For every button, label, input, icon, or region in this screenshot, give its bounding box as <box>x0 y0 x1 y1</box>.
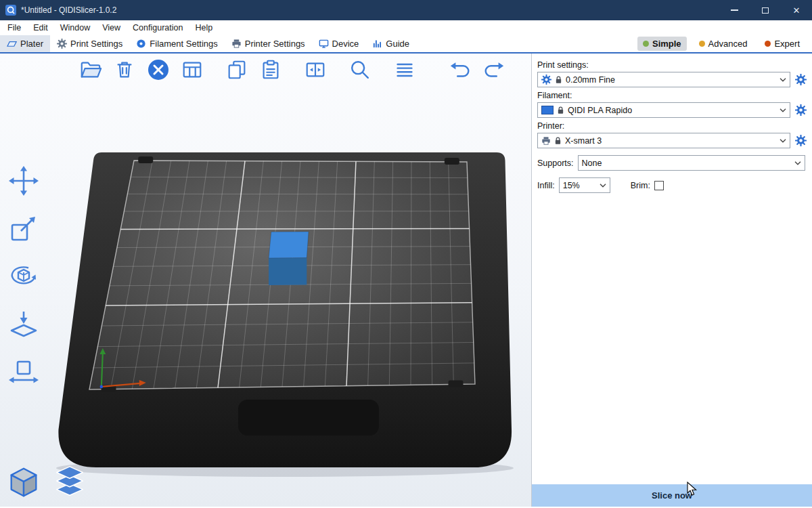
menu-file[interactable]: File <box>1 20 27 35</box>
layer-height-icon <box>393 58 416 81</box>
filament-combo[interactable]: QIDI PLA Rapido <box>537 102 790 118</box>
filament-color-swatch <box>541 106 554 114</box>
delete-all-icon <box>146 58 171 82</box>
mirror-button[interactable] <box>4 352 43 389</box>
maximize-button[interactable] <box>750 0 781 20</box>
device-icon <box>319 39 329 49</box>
search-button[interactable] <box>346 56 374 84</box>
tab-printer-settings[interactable]: Printer Settings <box>225 35 312 52</box>
menu-window[interactable]: Window <box>54 20 96 35</box>
delete-all-button[interactable] <box>144 56 173 84</box>
open-folder-icon <box>79 58 102 81</box>
app-icon <box>5 5 16 16</box>
filament-gear-button[interactable] <box>794 104 807 117</box>
mouse-cursor <box>686 482 700 496</box>
mode-advanced-label: Advanced <box>708 39 748 49</box>
split-icon <box>304 58 327 81</box>
chevron-down-icon <box>780 108 786 112</box>
minimize-button[interactable] <box>719 0 750 20</box>
gear-icon <box>795 104 807 116</box>
minimize-icon <box>731 9 738 11</box>
filament-value: QIDI PLA Rapido <box>568 106 776 115</box>
split-button[interactable] <box>301 56 330 84</box>
guide-icon <box>372 39 382 49</box>
place-on-face-icon <box>7 307 40 339</box>
titlebar: *Untitled - QIDISlicer-1.0.2 ✕ <box>0 0 812 20</box>
arrange-button[interactable] <box>178 56 206 84</box>
menu-view[interactable]: View <box>96 20 127 35</box>
infill-combo[interactable]: 15% <box>559 177 610 193</box>
manipulation-toolbar <box>4 162 43 389</box>
tab-device-label: Device <box>332 39 359 49</box>
close-button[interactable]: ✕ <box>781 0 812 20</box>
model-object-top[interactable] <box>269 232 309 258</box>
tabbar: Plater Print Settings Filament Settings … <box>0 35 812 54</box>
brim-checkbox[interactable] <box>654 181 664 190</box>
settings-panel: Print settings: 0.20mm Fine Filament: QI… <box>531 54 812 507</box>
mode-advanced[interactable]: Advanced <box>694 37 753 51</box>
tab-print-settings-label: Print Settings <box>70 39 122 49</box>
scale-button[interactable] <box>4 209 43 247</box>
place-on-face-button[interactable] <box>4 304 43 342</box>
variable-layer-height-button[interactable] <box>390 56 419 84</box>
model-object-front[interactable] <box>269 258 307 285</box>
layers-view-icon <box>51 464 88 501</box>
rotate-icon <box>7 259 40 292</box>
mode-simple-label: Simple <box>652 39 681 49</box>
editor-view-button[interactable] <box>4 463 43 501</box>
undo-icon <box>449 58 472 81</box>
gear-icon <box>541 75 551 85</box>
open-button[interactable] <box>76 56 105 84</box>
copy-button[interactable] <box>223 56 251 84</box>
printer-combo[interactable]: X-smart 3 <box>537 133 790 148</box>
3d-view-icon <box>5 464 42 501</box>
expert-mode-dot-icon <box>765 41 771 47</box>
tab-plater-label: Plater <box>20 39 43 49</box>
delete-icon <box>113 58 136 81</box>
rotate-button[interactable] <box>4 257 43 295</box>
lock-icon <box>554 136 562 145</box>
mirror-icon <box>7 354 40 387</box>
move-button[interactable] <box>4 162 43 200</box>
mode-simple[interactable]: Simple <box>637 37 687 51</box>
close-icon: ✕ <box>793 6 800 15</box>
plater-icon <box>7 39 17 49</box>
slice-now-button[interactable]: Slice now <box>532 484 812 507</box>
mode-expert[interactable]: Expert <box>759 37 805 51</box>
tab-filament-settings[interactable]: Filament Settings <box>129 35 224 52</box>
delete-button[interactable] <box>110 56 139 84</box>
printer-gear-button[interactable] <box>794 135 807 147</box>
chevron-down-icon <box>780 78 786 82</box>
tab-plater[interactable]: Plater <box>0 35 50 52</box>
tab-print-settings[interactable]: Print Settings <box>50 35 129 52</box>
infill-value: 15% <box>563 181 596 190</box>
menu-help[interactable]: Help <box>189 20 219 35</box>
tab-guide-label: Guide <box>386 39 409 49</box>
maximize-icon <box>762 7 769 14</box>
redo-button[interactable] <box>480 56 508 84</box>
3d-scene[interactable] <box>0 54 531 507</box>
print-settings-gear-button[interactable] <box>794 74 807 86</box>
tab-printer-settings-label: Printer Settings <box>245 39 305 49</box>
lock-icon <box>557 106 564 114</box>
print-settings-value: 0.20mm Fine <box>566 75 776 85</box>
copy-icon <box>225 58 248 81</box>
brim-label: Brim: <box>631 181 650 190</box>
menu-edit[interactable]: Edit <box>27 20 54 35</box>
gear-icon <box>795 74 807 85</box>
undo-button[interactable] <box>446 56 474 84</box>
view-toolbar <box>4 463 89 501</box>
printer-settings-icon <box>231 39 242 49</box>
paste-button[interactable] <box>256 56 285 84</box>
tab-guide[interactable]: Guide <box>365 35 416 52</box>
supports-combo[interactable]: None <box>578 155 805 171</box>
printer-value: X-smart 3 <box>565 136 776 146</box>
printer-icon <box>541 136 551 146</box>
advanced-mode-dot-icon <box>699 41 705 47</box>
preview-layers-button[interactable] <box>50 463 89 501</box>
tab-device[interactable]: Device <box>312 35 366 52</box>
menu-configuration[interactable]: Configuration <box>127 20 189 35</box>
print-settings-combo[interactable]: 0.20mm Fine <box>537 72 790 87</box>
paste-icon <box>259 58 282 81</box>
tab-filament-settings-label: Filament Settings <box>150 39 217 49</box>
